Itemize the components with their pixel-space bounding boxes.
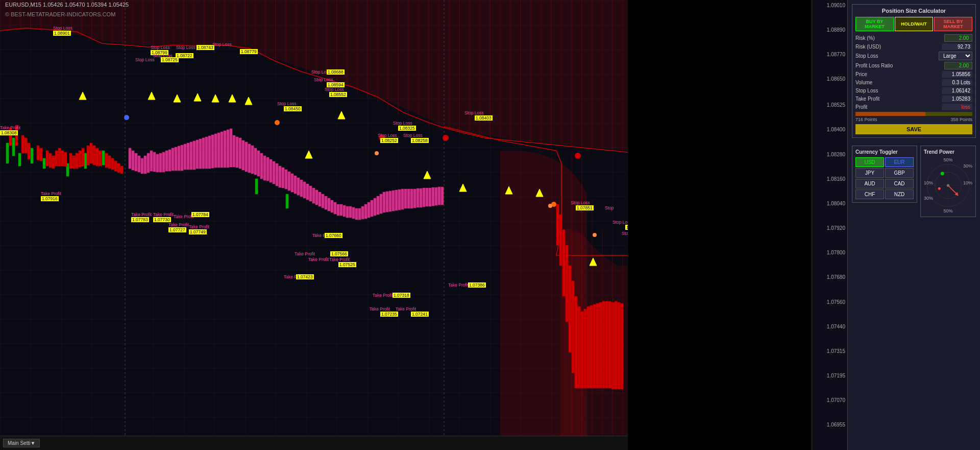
svg-rect-133 [193, 141, 195, 170]
svg-rect-138 [208, 136, 211, 169]
sl-label-9: Stop Loss [325, 87, 344, 92]
svg-rect-204 [410, 189, 413, 208]
currency-nzd-button[interactable]: NZD [885, 190, 914, 199]
svg-rect-113 [132, 151, 134, 170]
svg-rect-140 [214, 134, 217, 168]
svg-rect-105 [99, 151, 102, 166]
sl-price-17: 1.07779 [625, 225, 628, 230]
svg-rect-192 [374, 198, 376, 216]
svg-rect-193 [377, 196, 379, 215]
svg-rect-229 [599, 302, 602, 388]
svg-rect-162 [282, 168, 284, 188]
svg-rect-124 [165, 151, 168, 171]
svg-rect-198 [392, 191, 395, 211]
svg-rect-196 [386, 192, 388, 212]
svg-rect-226 [590, 305, 593, 388]
risk-usd-label: Risk (USD) [855, 44, 881, 50]
currency-eur-button[interactable]: EUR [885, 157, 914, 167]
svg-rect-97 [72, 156, 75, 169]
svg-rect-212 [435, 187, 437, 205]
svg-rect-103 [93, 146, 95, 165]
bottom-bar: Main Setti▼ [0, 436, 628, 450]
sl-price-13: 1.08252 [380, 138, 398, 143]
right-panel: Position Size Calculator BUY BY MARKET H… [847, 0, 980, 450]
svg-rect-74 [18, 153, 21, 166]
sl-label-8: Stop Loss [314, 77, 333, 82]
svg-rect-109 [114, 161, 117, 171]
price-8: 1.08160 [827, 176, 845, 182]
chart-area: EURUSD,M15 1.05426 1.05470 1.05394 1.054… [0, 0, 628, 450]
svg-rect-194 [380, 194, 382, 214]
svg-rect-160 [276, 163, 278, 186]
svg-rect-137 [205, 137, 208, 169]
hold-wait-button[interactable]: HOLD/WAIT [895, 17, 933, 31]
sl-price-5: 1.08722 [176, 53, 193, 58]
currency-cad-button[interactable]: CAD [885, 179, 914, 188]
stop-loss-row: Stop Loss Large Small Medium [855, 52, 972, 60]
price-label: Price [855, 72, 867, 77]
tp-label-13: Take Profit [448, 282, 469, 288]
svg-rect-181 [340, 204, 342, 216]
svg-rect-130 [184, 144, 186, 170]
trend-bottom: 50% [943, 208, 952, 214]
price-12: 1.07680 [827, 274, 845, 280]
price-17: 1.07070 [827, 397, 845, 403]
price-9: 1.08040 [827, 201, 845, 206]
sl-label-13: Stop Loss [378, 133, 397, 138]
currency-aud-button[interactable]: AUD [855, 179, 884, 188]
svg-rect-111 [120, 166, 123, 174]
svg-point-261 [375, 151, 379, 155]
price-11: 1.07800 [827, 250, 845, 255]
risk-pct-label: Risk (%) [855, 35, 875, 41]
chart-title: EURUSD,M15 1.05426 1.05470 1.05394 1.054… [5, 2, 129, 8]
svg-point-255 [275, 120, 280, 125]
sl-price-1: 1.08901 [53, 31, 71, 36]
svg-rect-179 [334, 202, 336, 214]
buy-market-button[interactable]: BUY BY MARKET [855, 17, 894, 31]
svg-rect-147 [236, 137, 238, 168]
currency-usd-button[interactable]: USD [855, 157, 884, 167]
svg-point-273 [938, 187, 941, 190]
svg-rect-128 [178, 146, 180, 171]
svg-rect-115 [138, 156, 140, 172]
sell-market-button[interactable]: SELL BY MARKET [934, 17, 972, 31]
svg-rect-161 [279, 166, 281, 187]
svg-rect-228 [596, 303, 599, 388]
svg-rect-176 [325, 196, 327, 209]
tp-price-9: 1.07566 [330, 251, 348, 256]
svg-rect-85 [24, 138, 27, 153]
tp-price-6: 1.07727 [168, 227, 186, 232]
main-settings-button[interactable]: Main Setti▼ [3, 439, 40, 447]
svg-rect-208 [423, 188, 425, 207]
currency-jpy-button[interactable]: JPY [855, 168, 884, 178]
sl-label-12: Stop Loss [393, 121, 412, 126]
trend-top: 50% [943, 157, 952, 162]
stop-loss-dropdown[interactable]: Large Small Medium [939, 52, 972, 60]
tp-price-10: 1.07525 [338, 262, 356, 267]
svg-rect-164 [288, 172, 290, 191]
currency-gbp-button[interactable]: GBP [885, 168, 914, 178]
svg-rect-231 [605, 301, 608, 388]
tp-price-15: 1.07241 [411, 312, 429, 317]
sl-label-1: Stop Loss [53, 26, 72, 31]
price-scale: 1.09010 1.08890 1.08770 1.08650 1.08525 … [812, 0, 847, 450]
price-16: 1.07195 [827, 373, 845, 378]
tp-price-7: 1.07749 [189, 229, 207, 234]
pl-ratio-value[interactable]: 2.00 [944, 62, 972, 69]
tp-label-10b: Take Profit [329, 257, 350, 262]
svg-rect-190 [368, 202, 370, 218]
svg-rect-116 [141, 158, 143, 174]
risk-usd-row: Risk (USD) 92.73 [855, 43, 972, 50]
risk-pct-value[interactable]: 2.00 [944, 34, 972, 42]
svg-rect-214 [441, 187, 444, 205]
svg-rect-223 [581, 312, 583, 388]
sl-price-7: 1.08688 [327, 69, 345, 75]
currency-chf-button[interactable]: CHF [855, 190, 884, 199]
svg-rect-173 [315, 190, 318, 205]
save-button[interactable]: SAVE [855, 124, 972, 134]
svg-rect-143 [224, 131, 226, 168]
sl-price-9: 1.08552 [329, 92, 347, 97]
trend-circle: 50% 30% 10% 10% 30% 50% [924, 157, 972, 214]
volume-value: 0.3 Lots [942, 79, 972, 86]
stop-loss-label: Stop Loss [855, 53, 878, 59]
